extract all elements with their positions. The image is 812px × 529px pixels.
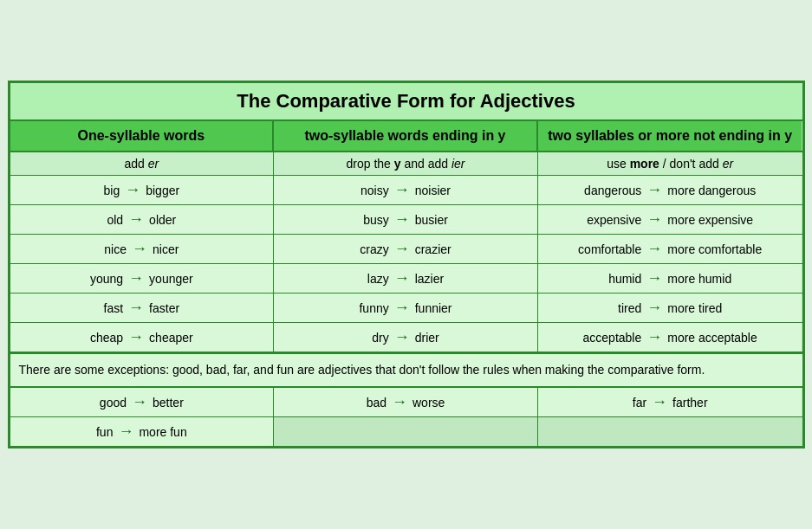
data-cell-c2: lazy → lazier — [274, 264, 538, 293]
rule-cell-3: use more / don't add er — [538, 152, 802, 175]
data-row: nice → nicer crazy → crazier comfortable… — [10, 235, 802, 264]
word-to: nicer — [153, 242, 179, 256]
arrow-icon: → — [394, 269, 410, 287]
word-to: more humid — [667, 272, 731, 286]
data-row: big → bigger noisy → noisier dangerous →… — [10, 176, 802, 205]
word-to: farther — [672, 396, 707, 410]
arrow-icon: → — [646, 328, 662, 346]
exc-cell-c2: bad → worse — [274, 388, 538, 416]
word-from: lazy — [367, 272, 389, 286]
word-to: lazier — [415, 272, 444, 286]
word-to: more tired — [667, 301, 722, 315]
arrow-icon: → — [125, 181, 140, 199]
word-from: nice — [104, 242, 127, 256]
data-cell-c1: old → older — [10, 205, 275, 234]
arrow-icon: → — [646, 240, 662, 258]
word-to: crazier — [415, 242, 451, 256]
arrow-icon: → — [394, 240, 410, 258]
word-to: more comfortable — [667, 242, 762, 256]
arrow-icon: → — [132, 393, 147, 411]
word-to: more fun — [139, 425, 186, 439]
exc-cell-c1: good → better — [10, 388, 275, 416]
word-to: more acceptable — [667, 331, 757, 345]
table-title: The Comparative Form for Adjectives — [10, 83, 802, 121]
rule-cell-1: add er — [10, 152, 275, 175]
exc-cell-c2 — [274, 417, 538, 446]
arrow-icon: → — [394, 328, 410, 346]
header-cell-2: two-syllable words ending in y — [274, 121, 538, 151]
data-cell-c2: funny → funnier — [274, 294, 538, 322]
word-to: funnier — [415, 301, 452, 315]
word-to: faster — [149, 301, 179, 315]
word-from: humid — [608, 272, 641, 286]
data-cell-c3: expensive → more expensive — [538, 205, 802, 234]
arrow-icon: → — [652, 393, 667, 411]
word-from: acceptable — [583, 331, 642, 345]
data-cell-c3: humid → more humid — [538, 264, 802, 293]
word-to: bigger — [146, 184, 179, 197]
word-from: far — [633, 396, 646, 410]
word-from: old — [107, 213, 123, 227]
arrow-icon: → — [128, 269, 144, 287]
data-cell-c2: busy → busier — [274, 205, 538, 234]
data-row: old → older busy → busier expensive → mo… — [10, 205, 802, 235]
arrow-icon: → — [394, 299, 410, 317]
data-row: young → younger lazy → lazier humid → mo… — [10, 264, 802, 294]
data-cell-c1: big → bigger — [10, 176, 275, 204]
word-to: worse — [412, 396, 445, 410]
rule-cell-2: drop the y and add ier — [274, 152, 538, 175]
word-to: drier — [415, 331, 439, 345]
word-from: young — [90, 272, 123, 286]
arrow-icon: → — [132, 240, 147, 258]
word-from: bad — [367, 396, 387, 410]
arrow-icon: → — [128, 299, 144, 317]
word-from: crazy — [360, 242, 388, 256]
data-cell-c3: dangerous → more dangerous — [538, 176, 802, 204]
arrow-icon: → — [646, 269, 662, 287]
word-from: dry — [372, 331, 388, 345]
word-from: funny — [359, 301, 388, 315]
data-cell-c2: crazy → crazier — [274, 235, 538, 263]
data-cell-c3: acceptable → more acceptable — [538, 323, 802, 352]
word-from: busy — [363, 213, 389, 227]
arrow-icon: → — [118, 423, 133, 441]
data-cell-c2: noisy → noisier — [274, 176, 538, 204]
word-from: dangerous — [584, 184, 641, 197]
word-from: good — [100, 396, 127, 410]
header-row: One-syllable words two-syllable words en… — [10, 121, 802, 152]
arrow-icon: → — [646, 299, 662, 317]
comparative-form-table: The Comparative Form for Adjectives One-… — [8, 81, 805, 448]
word-to: older — [149, 213, 176, 227]
word-from: comfortable — [578, 242, 641, 256]
data-row: cheap → cheaper dry → drier acceptable →… — [10, 323, 802, 352]
exception-data-row: good → better bad → worse far → farther — [10, 388, 802, 417]
arrow-icon: → — [128, 210, 144, 229]
exc-cell-c3: far → farther — [538, 388, 802, 416]
word-from: fast — [104, 301, 124, 315]
exceptions-rows: good → better bad → worse far → farther … — [10, 388, 802, 446]
arrow-icon: → — [646, 210, 662, 229]
exceptions-text: There are some exceptions: good, bad, fa… — [10, 352, 802, 388]
word-to: more dangerous — [667, 184, 756, 197]
rule-row: add er drop the y and add ier use more /… — [10, 152, 802, 176]
data-cell-c3: tired → more tired — [538, 294, 802, 322]
word-to: better — [153, 396, 184, 410]
data-rows: big → bigger noisy → noisier dangerous →… — [10, 176, 802, 352]
word-from: noisy — [361, 184, 389, 197]
header-cell-3: two syllables or more not ending in y — [538, 121, 802, 151]
arrow-icon: → — [646, 181, 662, 199]
word-from: fun — [96, 425, 113, 439]
data-cell-c1: cheap → cheaper — [10, 323, 275, 352]
arrow-icon: → — [394, 181, 410, 199]
word-from: expensive — [587, 213, 641, 227]
exc-cell-c3 — [538, 417, 802, 446]
word-to: more expensive — [667, 213, 753, 227]
data-cell-c1: nice → nicer — [10, 235, 275, 263]
word-to: noisier — [415, 184, 451, 197]
word-from: cheap — [90, 331, 123, 345]
word-from: big — [104, 184, 120, 197]
arrow-icon: → — [392, 393, 407, 411]
data-row: fast → faster funny → funnier tired → mo… — [10, 294, 802, 323]
data-cell-c1: fast → faster — [10, 294, 275, 322]
word-to: cheaper — [149, 331, 193, 345]
